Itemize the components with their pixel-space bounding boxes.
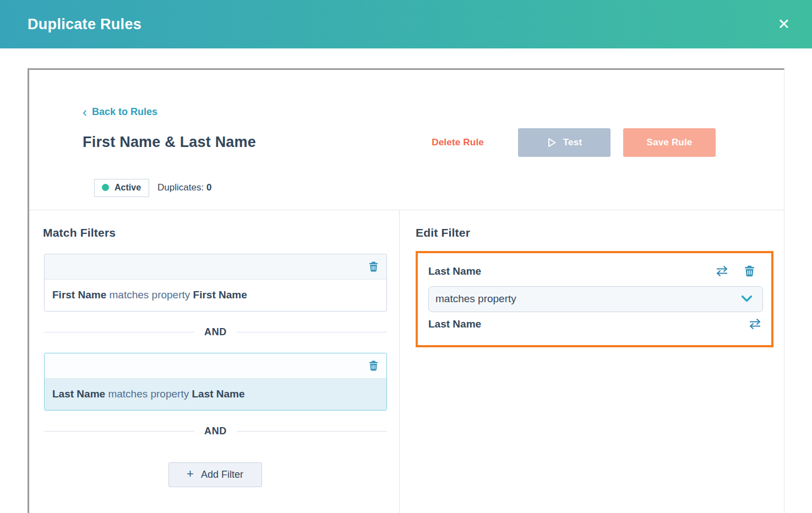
rule-body: Match Filters First Name matches propert… [29,210,784,513]
filter-value: First Name [193,289,247,301]
status-row: Active Duplicates: 0 [94,179,716,197]
operator-selected-value: matches property [435,293,516,305]
duplicates-counter: Duplicates: 0 [157,182,211,193]
duplicates-label: Duplicates: [157,182,204,193]
filter-property: Last Name [52,388,105,400]
rule-actions: Delete Rule Test Save Rule [432,128,716,157]
add-filter-label: Add Filter [201,469,243,481]
and-label: AND [204,425,227,437]
edit-filter-column: Edit Filter Last Name [400,210,784,513]
filter-summary: First Name matches property First Name [45,280,386,311]
rule-header-section: ‹ Back to Rules First Name & Last Name D… [29,70,784,210]
add-filter-button[interactable]: + Add Filter [168,462,262,487]
filter-operator: matches property [106,289,193,301]
filter-value: Last Name [192,388,244,400]
close-icon[interactable]: ✕ [775,15,792,34]
edit-value-label: Last Name [428,318,481,330]
filter-operator: matches property [105,388,192,400]
edit-filter-box: Last Name [416,251,773,347]
play-icon [547,137,557,148]
test-button-label: Test [563,137,582,148]
filter-property: First Name [52,289,106,301]
trash-icon[interactable] [369,261,378,272]
edit-property-label: Last Name [428,265,481,277]
match-filters-column: Match Filters First Name matches propert… [29,210,400,513]
status-badge-label: Active [115,183,141,193]
add-filter-row: + Add Filter [43,462,387,487]
rule-title: First Name & Last Name [83,134,256,151]
status-badge: Active [94,179,149,197]
active-dot-icon [102,184,109,191]
and-connector: AND [44,326,387,338]
save-rule-label: Save Rule [646,137,692,148]
plus-icon: + [187,468,194,480]
rule-editor-panel: ‹ Back to Rules First Name & Last Name D… [28,68,784,513]
edit-property-actions [715,265,755,277]
edit-value-row: Last Name [428,318,762,330]
title-row: First Name & Last Name Delete Rule Test … [83,128,716,157]
and-label: AND [204,326,227,338]
modal-header: Duplicate Rules ✕ [0,0,812,48]
match-filters-heading: Match Filters [43,226,399,239]
filter-summary: Last Name matches property Last Name [45,379,386,410]
duplicates-count: 0 [206,182,211,193]
modal-title: Duplicate Rules [28,16,141,33]
trash-icon[interactable] [369,361,378,371]
edit-property-row: Last Name [428,265,762,277]
trash-icon[interactable] [744,265,755,277]
filter-card-last-name[interactable]: Last Name matches property Last Name [44,353,387,411]
save-rule-button[interactable]: Save Rule [623,128,716,157]
back-link-label: Back to Rules [92,106,157,118]
filter-card-first-name[interactable]: First Name matches property First Name [44,254,387,312]
chevron-down-icon [741,295,753,303]
delete-rule-button[interactable]: Delete Rule [432,137,484,148]
back-to-rules-link[interactable]: ‹ Back to Rules [83,106,157,118]
test-button[interactable]: Test [518,128,611,157]
edit-filter-heading: Edit Filter [416,226,784,239]
swap-property-icon[interactable] [715,265,729,277]
chevron-left-icon: ‹ [83,108,87,117]
and-connector: AND [44,425,387,437]
filter-card-header [45,254,386,280]
operator-dropdown[interactable]: matches property [428,286,763,312]
swap-value-icon[interactable] [748,318,762,330]
filter-card-header [45,353,386,379]
